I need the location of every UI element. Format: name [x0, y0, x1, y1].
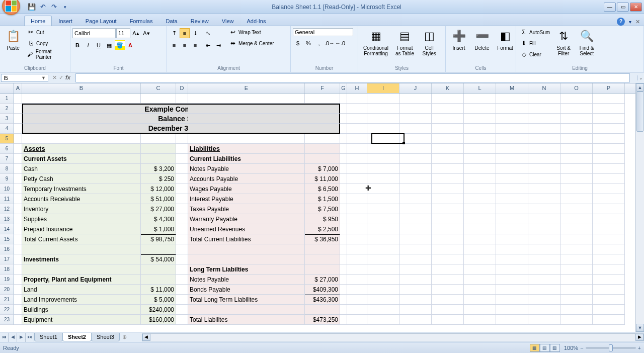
cell-L7[interactable]: [464, 154, 496, 164]
cell-D15[interactable]: [176, 234, 188, 244]
cell-B15[interactable]: Total Current Assets: [22, 234, 141, 244]
select-all-corner[interactable]: [0, 83, 14, 94]
cell-M15[interactable]: [496, 234, 528, 244]
qat-dropdown-icon[interactable]: ▾: [60, 3, 69, 12]
row-header[interactable]: 1: [0, 94, 14, 104]
col-header-C[interactable]: C: [141, 83, 176, 93]
cell-K5[interactable]: [432, 134, 464, 144]
cell-D23[interactable]: [176, 315, 188, 325]
cell-C14[interactable]: $ 1,000: [141, 224, 176, 234]
cell-A7[interactable]: [14, 154, 22, 164]
cell-H14[interactable]: [347, 224, 367, 234]
cell-F17[interactable]: [305, 254, 340, 264]
align-top-icon[interactable]: ⤒: [169, 28, 179, 38]
cell-K22[interactable]: [432, 305, 464, 315]
cell-H11[interactable]: [347, 194, 367, 204]
cell-O3[interactable]: [560, 114, 593, 124]
cell-N5[interactable]: [528, 134, 560, 144]
cell-L9[interactable]: [464, 174, 496, 184]
cell-K13[interactable]: [432, 214, 464, 224]
name-box[interactable]: I5▼: [1, 74, 48, 82]
cell-K11[interactable]: [432, 194, 464, 204]
cell-H4[interactable]: [347, 124, 367, 134]
cell-L10[interactable]: [464, 184, 496, 194]
tab-addins[interactable]: Add-Ins: [240, 16, 272, 26]
cell-F22[interactable]: [305, 305, 340, 315]
cell-F1[interactable]: [305, 94, 340, 104]
cell-P16[interactable]: [593, 244, 625, 254]
sheet-tab-sheet1[interactable]: Sheet1: [34, 333, 63, 341]
cell-M18[interactable]: [496, 264, 528, 275]
row-header[interactable]: 3: [0, 114, 14, 124]
cell-O23[interactable]: [560, 315, 593, 325]
row-header[interactable]: 4: [0, 124, 14, 134]
cell-G8[interactable]: [340, 164, 347, 174]
cell-E1[interactable]: [188, 94, 305, 104]
cell-O2[interactable]: [560, 104, 593, 114]
row-header[interactable]: 13: [0, 214, 14, 224]
font-size-select[interactable]: [116, 28, 130, 38]
cell-J20[interactable]: [399, 285, 432, 295]
cell-N7[interactable]: [528, 154, 560, 164]
cell-P14[interactable]: [593, 224, 625, 234]
cell-H12[interactable]: [347, 204, 367, 214]
cell-P10[interactable]: [593, 184, 625, 194]
office-button[interactable]: [2, 0, 20, 15]
cell-J4[interactable]: [399, 124, 432, 134]
cell-K6[interactable]: [432, 144, 464, 154]
comma-icon[interactable]: ,: [314, 38, 324, 48]
help-icon[interactable]: ?: [617, 18, 625, 26]
cell-L11[interactable]: [464, 194, 496, 204]
cell-F21[interactable]: $436,300: [305, 295, 340, 305]
cell-L22[interactable]: [464, 305, 496, 315]
cell-C15[interactable]: $ 98,750: [141, 234, 176, 244]
cell-F11[interactable]: $ 1,500: [305, 194, 340, 204]
cell-L5[interactable]: [464, 134, 496, 144]
cell-G18[interactable]: [340, 264, 347, 275]
row-header[interactable]: 16: [0, 244, 14, 254]
cell-A12[interactable]: [14, 204, 22, 214]
cell-A9[interactable]: [14, 174, 22, 184]
cell-G3[interactable]: [340, 114, 347, 124]
cell-L23[interactable]: [464, 315, 496, 325]
row-header[interactable]: 18: [0, 264, 14, 275]
cell-I6[interactable]: [367, 144, 399, 154]
col-header-O[interactable]: O: [560, 83, 593, 93]
cancel-fx-icon[interactable]: ✕: [52, 74, 57, 81]
cell-H2[interactable]: [347, 104, 367, 114]
cell-I5[interactable]: [367, 134, 399, 144]
cell-I14[interactable]: [367, 224, 399, 234]
cell-L17[interactable]: [464, 254, 496, 264]
cell-J1[interactable]: [399, 94, 432, 104]
cell-L20[interactable]: [464, 285, 496, 295]
cell-J8[interactable]: [399, 164, 432, 174]
cell-H1[interactable]: [347, 94, 367, 104]
row-header[interactable]: 17: [0, 254, 14, 264]
cell-O8[interactable]: [560, 164, 593, 174]
cell-I15[interactable]: [367, 234, 399, 244]
underline-button[interactable]: U: [94, 40, 104, 50]
cell-B23[interactable]: Equipment: [22, 315, 141, 325]
cell-H21[interactable]: [347, 295, 367, 305]
increase-indent-icon[interactable]: ⇥: [213, 40, 223, 50]
cell-B13[interactable]: Supplies: [22, 214, 141, 224]
cell-C10[interactable]: $ 12,000: [141, 184, 176, 194]
redo-icon[interactable]: ↷: [49, 3, 58, 12]
cell-B14[interactable]: Prepaid Insurance: [22, 224, 141, 234]
bold-button[interactable]: B: [72, 40, 83, 50]
align-right-icon[interactable]: ≡: [190, 40, 200, 50]
cell-I4[interactable]: [367, 124, 399, 134]
cell-N18[interactable]: [528, 264, 560, 275]
cell-O5[interactable]: [560, 134, 593, 144]
cell-B8[interactable]: Cash: [22, 164, 141, 174]
decrease-indent-icon[interactable]: ⇤: [203, 40, 213, 50]
cell-D16[interactable]: [176, 244, 188, 254]
wrap-text-button[interactable]: ↩Wrap Text: [227, 27, 276, 37]
cell-B19[interactable]: Property, Plant and Equipment: [22, 275, 141, 285]
cell-F12[interactable]: $ 7,500: [305, 204, 340, 214]
cell-F8[interactable]: $ 7,000: [305, 164, 340, 174]
cell-G6[interactable]: [340, 144, 347, 154]
cell-N1[interactable]: [528, 94, 560, 104]
cell-F5[interactable]: [305, 134, 340, 144]
cell-D11[interactable]: [176, 194, 188, 204]
